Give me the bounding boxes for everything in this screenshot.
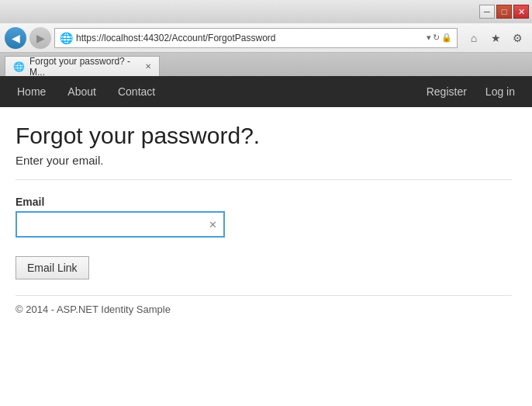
address-icons: ▾ ↻ 🔒 bbox=[427, 33, 452, 43]
favorites-icon[interactable]: ★ bbox=[485, 28, 506, 48]
nav-item-about[interactable]: About bbox=[66, 82, 98, 101]
active-tab[interactable]: 🌐 Forgot your password? - M... ✕ bbox=[5, 56, 160, 76]
nav-item-contact[interactable]: Contact bbox=[116, 82, 157, 101]
footer-divider bbox=[16, 295, 512, 296]
email-input-wrap: ✕ bbox=[16, 211, 225, 238]
address-input-wrap[interactable]: 🌐 https://localhost:44302/Account/Forgot… bbox=[54, 28, 458, 48]
nav-item-register[interactable]: Register bbox=[425, 82, 468, 101]
tab-bar: 🌐 Forgot your password? - M... ✕ bbox=[0, 53, 532, 76]
tools-icon[interactable]: ⚙ bbox=[507, 28, 527, 48]
nav-left: Home About Contact bbox=[16, 82, 425, 101]
footer-text: © 2014 - ASP.NET Identity Sample bbox=[16, 304, 512, 328]
toolbar-icons: ⌂ ★ ⚙ bbox=[464, 28, 527, 48]
refresh-icon[interactable]: ↻ bbox=[433, 33, 440, 43]
back-button[interactable]: ◀ bbox=[5, 27, 26, 49]
content-wrapper: Forgot your password?. Enter your email.… bbox=[0, 107, 532, 406]
ie-icon: 🌐 bbox=[60, 32, 73, 44]
email-form-group: Email ✕ bbox=[16, 196, 512, 238]
close-button[interactable]: ✕ bbox=[513, 5, 529, 19]
search-dropdown-icon[interactable]: ▾ bbox=[427, 33, 431, 43]
nav-right: Register Log in bbox=[425, 82, 516, 101]
url-display: https://localhost:44302/Account/ForgotPa… bbox=[76, 33, 423, 43]
title-bar-buttons: ─ □ ✕ bbox=[479, 5, 529, 19]
forward-button[interactable]: ▶ bbox=[29, 27, 51, 49]
nav-menu: Home About Contact Register Log in bbox=[0, 76, 532, 107]
title-bar: ─ □ ✕ bbox=[0, 0, 532, 23]
nav-item-login[interactable]: Log in bbox=[484, 82, 516, 101]
home-icon[interactable]: ⌂ bbox=[464, 28, 484, 48]
maximize-button[interactable]: □ bbox=[496, 5, 512, 19]
email-input[interactable] bbox=[17, 215, 202, 234]
page-title: Forgot your password?. bbox=[16, 123, 512, 149]
nav-item-home[interactable]: Home bbox=[16, 82, 47, 101]
tab-close-icon[interactable]: ✕ bbox=[145, 62, 151, 71]
tab-label: Forgot your password? - M... bbox=[29, 56, 139, 78]
email-link-button[interactable]: Email Link bbox=[16, 256, 89, 279]
email-label: Email bbox=[16, 196, 512, 208]
tab-favicon: 🌐 bbox=[13, 61, 25, 72]
page-subtitle: Enter your email. bbox=[16, 154, 512, 167]
top-divider bbox=[16, 179, 512, 180]
address-bar: ◀ ▶ 🌐 https://localhost:44302/Account/Fo… bbox=[0, 23, 532, 53]
clear-input-button[interactable]: ✕ bbox=[202, 213, 223, 236]
lock-icon: 🔒 bbox=[441, 33, 452, 43]
minimize-button[interactable]: ─ bbox=[479, 5, 495, 19]
window-frame: ─ □ ✕ ◀ ▶ 🌐 https://localhost:44302/Acco… bbox=[0, 0, 532, 406]
main-content: Forgot your password?. Enter your email.… bbox=[0, 107, 527, 328]
